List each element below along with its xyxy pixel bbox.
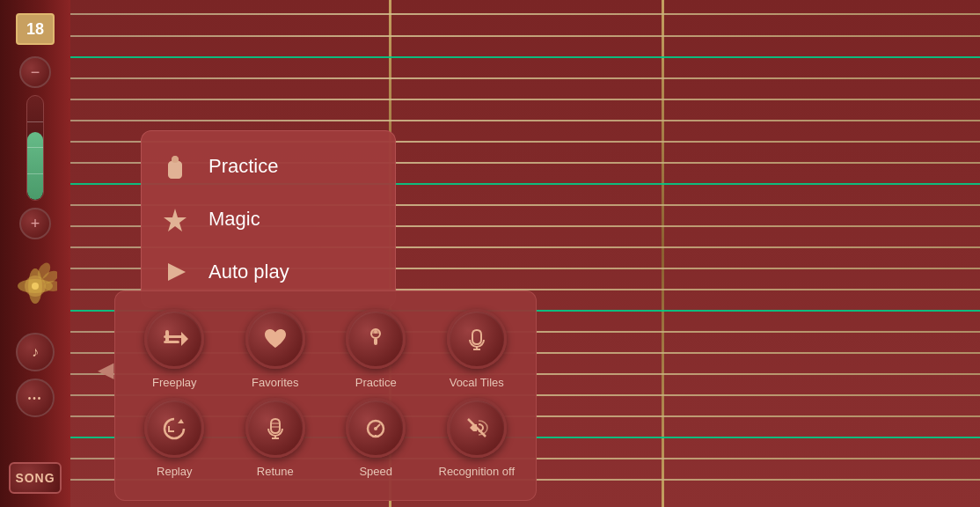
song-button[interactable]: SONG	[9, 462, 62, 494]
action-row-1: Freeplay Favorites	[128, 309, 523, 389]
action-row-2: Replay Retune	[128, 398, 523, 478]
retune-label: Retune	[257, 465, 294, 478]
volume-minus-button[interactable]: −	[19, 56, 51, 88]
floral-decoration	[13, 251, 57, 321]
freeplay-action[interactable]: Freeplay	[128, 309, 221, 389]
recognition-off-button[interactable]	[447, 398, 507, 458]
volume-plus-button[interactable]: +	[19, 208, 51, 239]
action-panel: Freeplay Favorites	[114, 290, 537, 501]
string-6	[70, 120, 980, 121]
string-4	[70, 77, 980, 79]
retune-button[interactable]	[245, 398, 305, 458]
svg-rect-14	[374, 338, 377, 345]
recognition-off-action[interactable]: Recognition off	[431, 398, 523, 478]
mode-item-practice[interactable]: Practice	[142, 140, 395, 193]
freeplay-label: Freeplay	[152, 376, 197, 389]
volume-fill	[27, 132, 43, 200]
chevron-left-icon[interactable]: ◀	[97, 352, 114, 387]
svg-point-3	[32, 283, 39, 290]
svg-marker-9	[168, 263, 186, 281]
speed-button[interactable]	[346, 398, 406, 458]
svg-point-23	[374, 427, 377, 430]
replay-label: Replay	[157, 465, 192, 478]
music-button[interactable]: ♪	[16, 333, 55, 371]
vocal-tiles-action[interactable]: Vocal Tiles	[431, 309, 523, 389]
vocal-tiles-label: Vocal Tiles	[450, 376, 504, 389]
speed-label: Speed	[359, 465, 392, 478]
more-icon: •••	[28, 393, 43, 403]
freeplay-button[interactable]	[144, 309, 204, 369]
autoplay-mode-label: Auto play	[208, 261, 289, 283]
string-divider-2	[662, 0, 664, 507]
magic-mode-label: Magic	[208, 208, 260, 231]
mode-menu: Practice Magic Auto play	[141, 130, 396, 308]
svg-point-7	[172, 156, 179, 163]
music-icon: ♪	[32, 344, 39, 360]
volume-slider[interactable]	[26, 95, 44, 201]
practice-button[interactable]	[346, 309, 406, 369]
favorites-button[interactable]	[245, 309, 305, 369]
number-badge: 18	[16, 13, 55, 45]
string-5	[70, 99, 980, 100]
recognition-off-label: Recognition off	[439, 465, 516, 478]
practice-action[interactable]: Practice	[330, 309, 422, 389]
svg-point-15	[374, 330, 377, 334]
favorites-action[interactable]: Favorites	[230, 309, 322, 389]
favorites-label: Favorites	[252, 376, 298, 389]
svg-rect-12	[165, 330, 169, 342]
retune-action[interactable]: Retune	[230, 398, 322, 478]
more-button[interactable]: •••	[16, 378, 55, 417]
mode-item-magic[interactable]: Magic	[142, 193, 395, 246]
practice-action-label: Practice	[355, 376, 397, 389]
left-panel: 18 − + ♪ ••• SON	[0, 0, 70, 507]
practice-mode-icon	[159, 151, 191, 182]
magic-mode-icon	[159, 203, 191, 235]
string-1	[70, 13, 980, 15]
autoplay-mode-icon	[159, 256, 191, 288]
practice-mode-label: Practice	[208, 155, 278, 178]
svg-marker-8	[164, 209, 186, 231]
replay-button[interactable]	[144, 398, 204, 458]
instrument-background: 18 − + ♪ ••• SON	[0, 0, 980, 507]
speed-action[interactable]: Speed	[330, 398, 422, 478]
vocal-tiles-button[interactable]	[447, 309, 507, 369]
string-3	[70, 56, 980, 58]
string-2	[70, 35, 980, 37]
replay-action[interactable]: Replay	[128, 398, 221, 478]
